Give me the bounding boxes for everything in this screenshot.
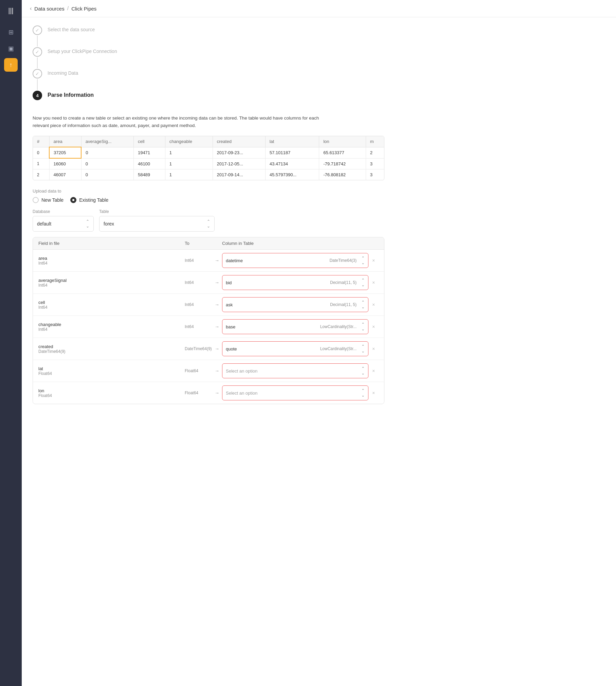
mapping-close-created[interactable]: ×	[368, 346, 379, 351]
mapping-arrow-area: →	[212, 258, 222, 263]
radio-new-table-label: New Table	[41, 197, 64, 203]
database-select[interactable]: default ⌃⌄	[33, 216, 94, 232]
mapping-colselect-cell-value: ask	[226, 302, 330, 307]
mapping-arrow-lat: →	[212, 368, 222, 374]
mapping-colselect-area[interactable]: datetime DateTime64(3) ⌃⌄	[222, 253, 368, 268]
table-select[interactable]: forex ⌃⌄	[99, 216, 215, 232]
mapping-field-area: area Int64	[38, 256, 185, 266]
step-2-label: Setup your ClickPipe Connection	[48, 47, 117, 62]
row-0-m: 2	[366, 147, 384, 158]
step-1-label: Select the data source	[48, 25, 95, 40]
step-2-circle	[33, 47, 42, 57]
radio-new-table[interactable]: New Table	[33, 197, 64, 203]
table-row: 0 37205 0 19471 1 2017-09-23... 57.10118…	[33, 147, 384, 158]
mapping-colselect-cell[interactable]: ask Decimal(11, 5) ⌃⌄	[222, 297, 368, 312]
row-1-cell: 46100	[133, 158, 165, 169]
mapping-col-field: Field in file	[38, 241, 185, 246]
mapping-colselect-changeable-type: LowCardinality(Str...	[320, 324, 357, 329]
breadcrumb-separator: /	[67, 5, 69, 12]
back-button[interactable]: ‹	[30, 5, 32, 12]
row-1-idx: 1	[33, 158, 49, 169]
database-value: default	[37, 221, 51, 227]
mapping-close-changeable[interactable]: ×	[368, 324, 379, 329]
col-header-changeable: changeable	[165, 136, 213, 147]
row-1-created: 2017-12-05...	[213, 158, 265, 169]
table-chevron-icon: ⌃⌄	[207, 219, 210, 229]
mapping-type-lon: Float64	[185, 391, 212, 395]
row-0-idx: 0	[33, 147, 49, 158]
mapping-arrow-averageSignal: →	[212, 280, 222, 285]
breadcrumb-datasources[interactable]: Data sources	[34, 6, 64, 12]
mapping-row-changeable: changeable Int64 Int64 → base LowCardina…	[33, 316, 384, 338]
mapping-field-lat: lat Float64	[38, 366, 185, 376]
header: ‹ Data sources / Click Pipes	[22, 0, 616, 17]
mapping-colselect-changeable[interactable]: base LowCardinality(Str... ⌃⌄	[222, 319, 368, 334]
mapping-row-area: area Int64 Int64 → datetime DateTime64(3…	[33, 250, 384, 272]
mapping-colselect-created-type: LowCardinality(Str...	[320, 346, 357, 351]
mapping-arrow-lon: →	[212, 390, 222, 396]
step-1: Select the data source	[33, 25, 384, 47]
step-3-circle	[33, 69, 42, 78]
mapping-field-changeable: changeable Int64	[38, 322, 185, 332]
table-value: forex	[104, 221, 114, 227]
mapping-colselect-created-value: quote	[226, 346, 320, 351]
step-3-indicator	[33, 69, 42, 91]
radio-existing-table-btn[interactable]	[70, 197, 76, 203]
mapping-colselect-changeable-chevron: ⌃⌄	[361, 322, 365, 331]
database-form-group: Database default ⌃⌄	[33, 209, 94, 232]
mapping-close-averageSignal[interactable]: ×	[368, 280, 379, 285]
step-2: Setup your ClickPipe Connection	[33, 47, 384, 69]
row-0-area: 37205	[49, 147, 81, 158]
step-1-indicator	[33, 25, 42, 47]
steps-list: Select the data source Setup your ClickP…	[33, 25, 384, 106]
radio-existing-table-label: Existing Table	[79, 197, 108, 203]
step-4-circle: 4	[33, 91, 42, 100]
col-header-hash: #	[33, 136, 49, 147]
mapping-close-lon[interactable]: ×	[368, 390, 379, 396]
table-row: 1 16060 0 46100 1 2017-12-05... 43.47134…	[33, 158, 384, 169]
mapping-type-lat: Float64	[185, 368, 212, 373]
mapping-colselect-averageSignal[interactable]: bid Decimal(11, 5) ⌃⌄	[222, 275, 368, 290]
row-0-lat: 57.101187	[265, 147, 319, 158]
col-header-area: area	[49, 136, 81, 147]
mapping-row-created: created DateTime64(9) DateTime64(9) → qu…	[33, 338, 384, 360]
step-1-circle	[33, 25, 42, 35]
mapping-field-lon: lon Float64	[38, 388, 185, 398]
mapping-colselect-area-type: DateTime64(3)	[329, 258, 357, 263]
mapping-close-area[interactable]: ×	[368, 258, 379, 263]
mapping-colselect-lon[interactable]: Select an option ⌃⌄	[222, 385, 368, 400]
mapping-row-cell: cell Int64 Int64 → ask Decimal(11, 5) ⌃⌄…	[33, 294, 384, 316]
table-row: 2 46007 0 58489 1 2017-09-14... 45.57973…	[33, 169, 384, 180]
radio-existing-table[interactable]: Existing Table	[70, 197, 108, 203]
row-1-lon: -79.718742	[319, 158, 366, 169]
mapping-close-cell[interactable]: ×	[368, 302, 379, 307]
row-0-changeable: 1	[165, 147, 213, 158]
sidebar-icon-terminal[interactable]: ▣	[4, 42, 18, 55]
mapping-colselect-averageSignal-chevron: ⌃⌄	[361, 278, 365, 287]
row-1-area: 16060	[49, 158, 81, 169]
table-form-group: Table forex ⌃⌄	[99, 209, 215, 232]
mapping-table: Field in file To Column in Table area In…	[33, 237, 384, 404]
mapping-field-cell: cell Int64	[38, 300, 185, 310]
mapping-colselect-area-value: datetime	[226, 258, 329, 263]
col-header-m: m	[366, 136, 384, 147]
row-2-lon: -76.808182	[319, 169, 366, 180]
page-content: Select the data source Setup your ClickP…	[22, 17, 395, 412]
row-2-idx: 2	[33, 169, 49, 180]
radio-new-table-btn[interactable]	[33, 197, 39, 203]
radio-group: New Table Existing Table	[33, 197, 384, 203]
sidebar-icon-table[interactable]: ⊞	[4, 25, 18, 39]
sidebar-icon-upload[interactable]: ↑	[4, 58, 18, 72]
row-0-lon: 65.613377	[319, 147, 366, 158]
mapping-close-lat[interactable]: ×	[368, 368, 379, 374]
col-header-created: created	[213, 136, 265, 147]
preview-table-header: # area averageSig... cell changeable cre…	[33, 136, 384, 147]
mapping-colselect-created[interactable]: quote LowCardinality(Str... ⌃⌄	[222, 341, 368, 356]
table-label: Table	[99, 209, 215, 214]
logo: |||	[5, 4, 16, 17]
mapping-colselect-lat[interactable]: Select an option ⌃⌄	[222, 363, 368, 378]
row-1-changeable: 1	[165, 158, 213, 169]
breadcrumb-current: Click Pipes	[71, 6, 96, 12]
step-3-label: Incoming Data	[48, 69, 78, 84]
mapping-colselect-cell-chevron: ⌃⌄	[361, 300, 365, 309]
